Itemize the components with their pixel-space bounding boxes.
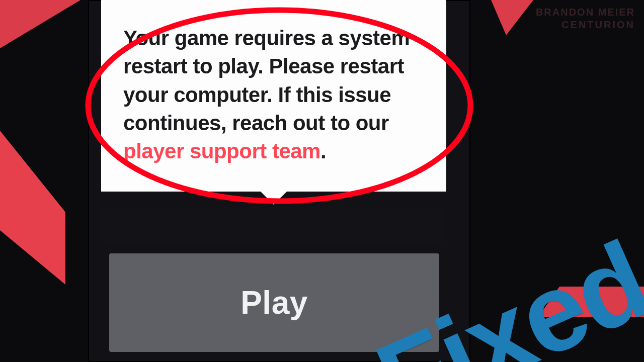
player-support-link[interactable]: player support team xyxy=(123,139,320,163)
tooltip-caret-icon xyxy=(260,191,288,205)
launcher-subpanel xyxy=(101,207,446,242)
bg-accent-shape xyxy=(0,131,65,312)
play-button-label: Play xyxy=(240,284,308,321)
error-tooltip-message: Your game requires a system restart to p… xyxy=(123,26,410,135)
bg-accent-shape xyxy=(473,0,533,35)
bg-accent-shape xyxy=(0,0,80,80)
corner-player-title: CENTURION xyxy=(536,19,635,31)
error-tooltip-message-end: . xyxy=(320,139,326,163)
thumbnail-stage: BRANDON MEIER CENTURION Your game requir… xyxy=(0,0,644,362)
corner-player-name: BRANDON MEIER xyxy=(536,6,635,19)
error-tooltip: Your game requires a system restart to p… xyxy=(101,0,446,192)
corner-player-label: BRANDON MEIER CENTURION xyxy=(536,6,635,31)
error-tooltip-text: Your game requires a system restart to p… xyxy=(123,24,424,165)
